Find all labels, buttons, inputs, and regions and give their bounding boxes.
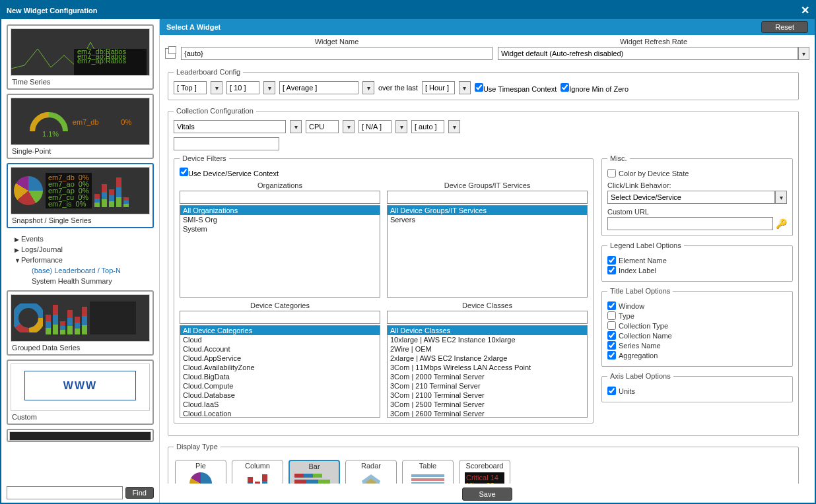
chevron-down-icon[interactable] [263,81,275,94]
display-type-table[interactable]: Table [402,460,454,484]
footer: Save [160,484,815,504]
lb-count-select[interactable]: [ 10 ] [226,81,259,94]
opt-agg[interactable]: Aggregation [607,351,787,360]
list-item[interactable]: Cloud.Location [180,409,380,418]
groups-listbox[interactable]: All Device Groups/IT Services Servers [387,205,588,298]
find-input[interactable] [7,486,123,499]
reset-button[interactable]: Reset [761,21,808,33]
opt-index-label[interactable]: Index Label [607,266,787,274]
list-item[interactable]: System [180,224,380,234]
tree-logs[interactable]: Logs/Journal [15,244,154,255]
list-item[interactable]: 10xlarge | AWS EC2 Instance 10xlarge [388,335,587,344]
titlebar: New Widget Configuration ✕ [1,1,815,19]
chevron-down-icon[interactable] [343,120,355,133]
find-row: Find [7,481,154,499]
list-item[interactable]: SMI-S Org [180,215,380,224]
list-item[interactable]: Cloud.AppService [180,354,380,363]
click-behavior-select[interactable] [607,191,775,204]
tree-item-leaderboard[interactable]: (base) Leaderboard / Top-N [15,265,154,276]
list-item[interactable]: 3Com | 11Mbps Wireless LAN Access Point [388,363,587,372]
display-type-radar[interactable]: Radar [345,460,397,484]
widget-type-extra[interactable] [7,429,154,442]
cc-na-select[interactable]: [ N/A ] [358,120,391,133]
cc-filter-input[interactable] [174,137,279,150]
lb-top-select[interactable]: [ Top ] [174,81,207,94]
list-item[interactable]: All Organizations [180,206,380,215]
orgs-listbox[interactable]: All Organizations SMI-S Org System [180,205,380,298]
opt-colname[interactable]: Collection Name [607,331,787,340]
list-item[interactable]: 3Com | 210 Terminal Server [388,381,587,391]
cc-metric-select[interactable]: CPU [306,120,339,133]
cc-auto-select[interactable]: [ auto ] [411,120,444,133]
classes-filter-input[interactable] [387,311,588,324]
axis-label-options: Axis Label Options Units [601,372,793,402]
widget-type-single-point[interactable]: 1.1% em7_db 0% Single-Point [7,94,154,159]
cc-source-select[interactable]: Vitals [174,120,286,133]
orgs-filter-input[interactable] [180,191,380,204]
lb-agg-select[interactable]: [ Average ] [279,81,358,94]
tree-events[interactable]: Events [15,234,154,244]
cats-filter-input[interactable] [180,311,380,324]
opt-units[interactable]: Units [607,387,787,395]
opt-element-name[interactable]: Element Name [607,256,787,265]
main-title: Select A Widget [166,23,221,31]
key-icon[interactable]: 🔑 [776,218,787,229]
list-item[interactable]: 2Wire | OEM [388,344,587,354]
find-button[interactable]: Find [125,487,154,499]
list-item[interactable]: Servers [388,215,587,224]
list-item[interactable]: Cloud.AvailabilityZone [180,363,380,372]
lb-period-select[interactable]: [ Hour ] [422,81,455,94]
list-item[interactable]: Cloud.Account [180,344,380,354]
close-icon[interactable]: ✕ [801,4,809,16]
chevron-down-icon[interactable] [459,81,471,94]
chevron-down-icon[interactable] [211,81,222,94]
display-type-pie[interactable]: Pie [175,460,226,484]
color-by-state[interactable]: Color by Device State [607,169,787,177]
list-item[interactable]: All Device Classes [388,326,587,335]
widget-type-grouped[interactable]: Grouped Data Series [7,290,154,356]
list-item[interactable]: 3Com | 2600 Terminal Server [388,409,587,418]
orgs-header: Organizations [180,181,380,189]
list-item[interactable]: Cloud [180,335,380,344]
list-item[interactable]: 3Com | 2000 Terminal Server [388,372,587,381]
custom-url-input[interactable] [607,217,773,230]
save-button[interactable]: Save [462,488,512,501]
display-type-scoreboard[interactable]: Scoreboard Critical 14Minor 32Healthy 17… [459,460,510,484]
list-item[interactable]: 3Com | 2100 Terminal Server [388,391,587,400]
opt-series[interactable]: Series Name [607,341,787,350]
opt-type[interactable]: Type [607,311,787,320]
widget-type-custom[interactable]: WWW Custom [7,360,154,425]
list-item[interactable]: Cloud.IaaS [180,400,380,409]
lb-timespan-ctx[interactable]: Use Timespan Context [475,83,557,93]
chevron-down-icon[interactable] [395,120,407,133]
display-type-bar[interactable]: Bar [289,460,340,484]
opt-coltype[interactable]: Collection Type [607,321,787,330]
widget-type-snapshot[interactable]: em7_db 0% em7_ao 0% em7_ap 0% em7_cu 0% … [7,163,154,228]
cats-listbox[interactable]: All Device Categories Cloud Cloud.Accoun… [180,325,380,418]
duplicate-icon[interactable] [165,48,176,59]
lb-ignore-min[interactable]: Ignore Min of Zero [561,83,629,93]
chevron-down-icon[interactable] [448,120,460,133]
widget-name-input[interactable] [181,47,493,60]
list-item[interactable]: 3Com | 2500 Terminal Server [388,400,587,409]
classes-listbox[interactable]: All Device Classes 10xlarge | AWS EC2 In… [387,325,588,418]
widget-type-time-series[interactable]: em7_db:Ratiosem7_ao:Ratiosem7_ap:Ratios … [7,24,154,90]
list-item[interactable]: Cloud.Database [180,391,380,400]
list-item[interactable]: All Device Categories [180,326,380,335]
tree-performance[interactable]: Performance [15,255,154,265]
chevron-down-icon[interactable] [362,81,374,94]
tree-item-syshealth[interactable]: System Health Summary [15,276,154,286]
chevron-down-icon[interactable] [775,191,787,204]
list-item[interactable]: Cloud.Compute [180,381,380,391]
list-item[interactable]: 2xlarge | AWS EC2 Instance 2xlarge [388,354,587,363]
display-type-column[interactable]: Column [232,460,283,484]
chevron-down-icon[interactable] [798,47,809,60]
preview-grouped [11,294,150,342]
groups-filter-input[interactable] [387,191,588,204]
list-item[interactable]: All Device Groups/IT Services [388,206,587,215]
chevron-down-icon[interactable] [290,120,302,133]
list-item[interactable]: Cloud.BigData [180,372,380,381]
refresh-rate-select[interactable] [498,47,798,60]
use-device-context[interactable]: Use Device/Service Context [180,170,279,177]
opt-window[interactable]: Window [607,301,787,310]
